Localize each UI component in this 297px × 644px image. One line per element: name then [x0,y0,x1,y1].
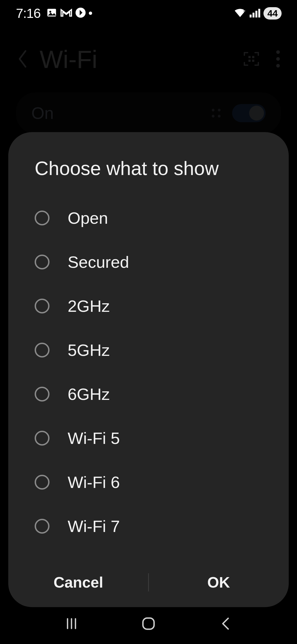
app-notification-icon [75,7,86,19]
svg-point-8 [50,11,51,13]
status-time: 7:16 [16,6,40,21]
dialog-title: Choose what to show [8,157,289,196]
option-label: Wi-Fi 5 [68,429,120,448]
svg-rect-11 [250,15,252,18]
radio-icon [35,343,50,358]
option-wifi6[interactable]: Wi-Fi 6 [8,460,289,504]
option-wifi7[interactable]: Wi-Fi 7 [8,504,289,548]
option-label: 2GHz [68,297,110,316]
svg-rect-12 [252,13,254,18]
radio-icon [35,255,50,269]
option-label: 6GHz [68,385,110,404]
svg-rect-14 [258,9,260,18]
svg-text:5: 5 [244,8,246,13]
ok-button[interactable]: OK [148,574,289,591]
system-nav-bar [0,603,297,644]
filter-dialog: Choose what to show Open Secured 2GHz 5G… [8,132,289,607]
radio-icon [35,519,50,534]
option-5ghz[interactable]: 5GHz [8,328,289,372]
dialog-options-list: Open Secured 2GHz 5GHz 6GHz Wi-Fi 5 Wi-F… [8,196,289,548]
recents-nav-icon[interactable] [58,614,85,633]
option-label: Wi-Fi 6 [68,473,120,492]
option-6ghz[interactable]: 6GHz [8,372,289,416]
option-secured[interactable]: Secured [8,240,289,284]
status-bar: 7:16 5 44 [0,0,297,26]
radio-icon [35,431,50,446]
radio-icon [35,475,50,490]
gallery-notification-icon [46,7,57,20]
signal-status-icon [249,7,261,19]
battery-indicator: 44 [263,7,282,20]
cancel-button[interactable]: Cancel [8,574,148,591]
gmail-notification-icon [60,8,72,18]
back-nav-icon[interactable] [212,614,239,633]
radio-icon [35,299,50,313]
option-label: Open [68,209,108,228]
dialog-actions: Cancel OK [8,558,289,607]
option-2ghz[interactable]: 2GHz [8,284,289,328]
home-nav-icon[interactable] [135,614,162,633]
radio-icon [35,211,50,225]
option-label: Wi-Fi 7 [68,517,120,536]
svg-rect-18 [143,618,154,629]
option-label: Secured [68,253,129,272]
option-wifi5[interactable]: Wi-Fi 5 [8,416,289,460]
svg-rect-13 [255,11,257,18]
option-label: 5GHz [68,341,110,360]
wifi-status-icon: 5 [234,7,246,19]
more-notifications-dot [89,12,92,15]
option-open[interactable]: Open [8,196,289,240]
radio-icon [35,387,50,402]
